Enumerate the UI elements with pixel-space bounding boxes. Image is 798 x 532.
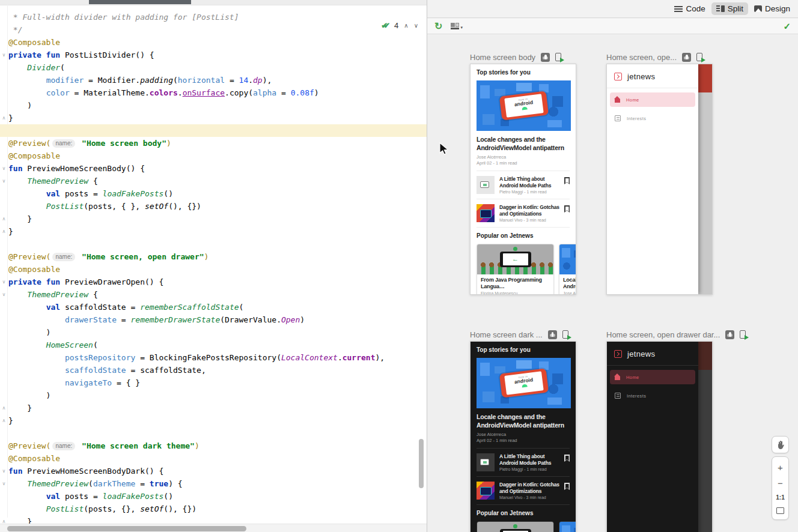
fold-start-icon[interactable]: ∨ (1, 162, 7, 175)
tab-split[interactable]: Split (711, 2, 748, 15)
popular-card-title: From Java Programming Langua… (481, 277, 550, 290)
code-line[interactable]: ∨private fun PostListDivider() { (0, 49, 427, 61)
code-line[interactable]: ) (0, 389, 427, 402)
fold-end-icon[interactable]: ∧ (1, 414, 7, 427)
pan-tool-button[interactable] (772, 436, 789, 453)
home-icon (615, 376, 620, 380)
interactive-preview-icon[interactable] (548, 330, 557, 339)
tab-code[interactable]: Code (669, 2, 710, 15)
popular-cards-row: ← From Java Programming Langua… Florina … (477, 244, 570, 295)
code-token (8, 63, 27, 72)
fold-end-icon[interactable]: ∧ (1, 213, 7, 225)
divider (477, 476, 570, 477)
refresh-previews-icon[interactable]: ↻ (434, 22, 442, 31)
zoom-100-button[interactable]: 1:1 (776, 494, 784, 501)
code-line[interactable]: ∧ } (0, 213, 427, 225)
code-token: name: (52, 139, 75, 148)
code-line[interactable]: ) (0, 99, 427, 112)
code-line[interactable]: @Composable (0, 452, 427, 465)
next-preview-icon[interactable]: ∨ (414, 22, 418, 29)
fold-start-icon[interactable]: ∨ (1, 175, 7, 187)
code-line[interactable]: ∨ ThemedPreview { (0, 175, 427, 187)
code-token: ) { (168, 479, 182, 488)
fold-end-icon[interactable]: ∧ (1, 112, 7, 124)
code-line[interactable]: @Composable (0, 36, 427, 49)
code-line[interactable]: val posts = loadFakePosts() (0, 490, 427, 503)
code-token: private fun (8, 50, 60, 59)
code-token: true (150, 479, 168, 488)
code-line[interactable]: @Preview(name: "Home screen dark theme") (0, 440, 427, 452)
code-editor-pane[interactable]: * Full-width divider with padding for [P… (0, 0, 427, 532)
fold-start-icon[interactable]: ∨ (1, 49, 7, 61)
zoom-in-button[interactable]: + (778, 463, 783, 472)
code-line[interactable]: PostList(posts, { }, setOf(), {}) (0, 200, 427, 213)
app-body-strip (697, 92, 712, 294)
interactive-preview-icon[interactable] (725, 330, 734, 339)
run-preview-on-device-icon[interactable] (555, 53, 561, 61)
code-token: horizontal (178, 76, 225, 85)
editor-horizontal-scrollbar-track[interactable] (0, 524, 427, 532)
compose-preview-drawer[interactable]: jetnews Home Interests (606, 341, 713, 532)
previous-preview-icon[interactable]: ∧ (404, 22, 408, 29)
code-line[interactable]: @Composable (0, 150, 427, 162)
code-line[interactable]: val scaffoldState = rememberScaffoldStat… (0, 301, 427, 313)
code-line[interactable] (0, 427, 427, 440)
code-token: (posts, {}, (84, 504, 140, 513)
code-token: PreviewDrawerOpen() { (60, 277, 163, 286)
code-line[interactable]: @Composable (0, 263, 427, 276)
fold-end-icon[interactable]: ∧ (1, 402, 7, 414)
fold-end-icon[interactable]: ∧ (1, 225, 7, 238)
view-options-button[interactable]: ▾ (451, 23, 463, 30)
code-line[interactable]: ∨fun PreviewHomeScreenBody() { (0, 162, 427, 175)
code-line[interactable]: */ (0, 23, 427, 36)
code-line[interactable]: scaffoldState = scaffoldState, (0, 364, 427, 376)
code-line[interactable]: ∧ } (0, 402, 427, 414)
code-token (8, 366, 65, 375)
code-icon (674, 6, 683, 12)
code-line[interactable]: ∨private fun PreviewDrawerOpen() { (0, 276, 427, 288)
code-line[interactable]: modifier = Modifier.padding(horizontal =… (0, 74, 427, 86)
code-line[interactable] (0, 124, 427, 137)
fold-start-icon[interactable]: ∨ (1, 465, 7, 477)
interactive-preview-icon[interactable] (541, 53, 550, 62)
code-line[interactable]: postsRepository = BlockingFakePostsRepos… (0, 351, 427, 364)
post-row-title: A Little Thing about Android Module Path… (499, 453, 559, 466)
compose-preview-drawer[interactable]: jetnews Home Interests (606, 64, 713, 295)
run-preview-on-device-icon[interactable] (696, 53, 702, 61)
code-line[interactable]: ∨ ThemedPreview { (0, 288, 427, 301)
code-token (8, 378, 65, 387)
code-line[interactable]: ) (0, 326, 427, 339)
code-line[interactable]: * Full-width divider with padding for [P… (0, 11, 427, 23)
code-line[interactable]: Divider( (0, 61, 427, 74)
compose-preview-feed[interactable]: Top stories for you now in android Local… (470, 341, 576, 532)
compose-preview-feed[interactable]: Top stories for you now in android Local… (470, 64, 576, 295)
code-line[interactable]: val posts = loadFakePosts() (0, 187, 427, 200)
fold-start-icon[interactable]: ∨ (1, 477, 7, 490)
zoom-out-button[interactable]: − (778, 479, 783, 488)
run-preview-on-device-icon[interactable] (562, 330, 568, 339)
code-line[interactable]: ∨fun PreviewHomeScreenBodyDark() { (0, 465, 427, 477)
fold-start-icon[interactable]: ∨ (1, 276, 7, 288)
code-line[interactable] (0, 238, 427, 250)
code-line[interactable]: color = MaterialTheme.colors.onSurface.c… (0, 86, 427, 99)
fold-start-icon[interactable]: ∨ (1, 288, 7, 301)
previews-available-icon[interactable]: ✔✔ (381, 21, 386, 30)
code-line[interactable]: ∧} (0, 225, 427, 238)
code-line[interactable]: @Preview(name: "Home screen body") (0, 137, 427, 150)
preview-block-home-screen-open-drawer-dark: Home screen, open drawer dar... jetnews … (606, 329, 746, 532)
code-line[interactable]: drawerState = rememberDrawerState(Drawer… (0, 313, 427, 326)
editor-horizontal-scrollbar-thumb[interactable] (7, 526, 246, 531)
code-line[interactable]: ∧} (0, 414, 427, 427)
code-token: ( (173, 76, 178, 85)
interactive-preview-icon[interactable] (682, 53, 691, 62)
zoom-to-fit-button[interactable] (776, 507, 784, 514)
code-line[interactable]: ∧} (0, 112, 427, 124)
code-line[interactable]: PostList(posts, {}, setOf(), {}) (0, 503, 427, 515)
code-line[interactable]: HomeScreen( (0, 339, 427, 351)
code-line[interactable]: ∨ ThemedPreview(darkTheme = true) { (0, 477, 427, 490)
code-line[interactable]: navigateTo = { } (0, 376, 427, 389)
code-line[interactable]: @Preview(name: "Home screen, open drawer… (0, 250, 427, 263)
editor-vertical-scrollbar[interactable] (419, 439, 424, 488)
tab-design[interactable]: Design (749, 2, 795, 15)
run-preview-on-device-icon[interactable] (740, 330, 746, 339)
